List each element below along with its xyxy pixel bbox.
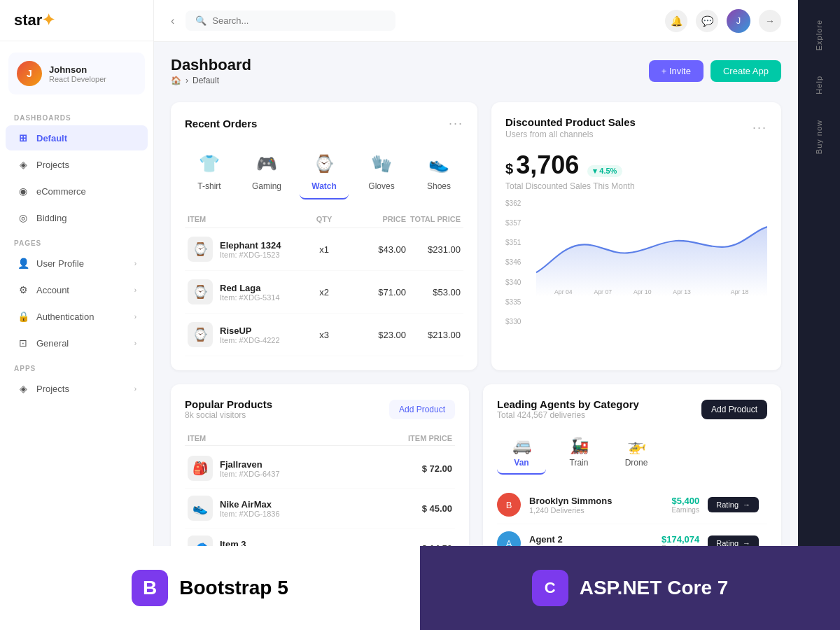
header-right: 🔔 💬 J → [665,9,781,33]
tab-tshirt[interactable]: 👕 T-shirt [185,142,234,200]
top-grid: Recent Orders ··· 👕 T-shirt 🎮 Gaming ⌚ [171,102,781,370]
user-role: React Developer [49,75,106,83]
tshirt-icon: 👕 [195,149,224,178]
bootstrap-title: Bootstrap 5 [179,577,288,599]
logo-text: star✦ [14,11,55,29]
tab-label: T-shirt [197,181,220,191]
sidebar-item-label: Projects [36,160,69,170]
svg-text:Apr 04: Apr 04 [554,288,573,295]
more-icon[interactable]: ··· [752,120,767,135]
svg-text:Apr 10: Apr 10 [634,288,652,295]
agent-name: Agent 2 [529,534,653,545]
train-icon: 🚂 [570,437,589,455]
header-avatar[interactable]: J [727,9,750,33]
sidebar-item-user-profile[interactable]: 👤 User Profile › [6,251,148,276]
settings-icon: ⚙ [17,284,29,296]
item-image: ⌚ [188,279,213,304]
invite-button[interactable]: + Invite [649,60,704,82]
messages-icon[interactable]: 💬 [696,10,718,32]
sidebar-item-label: User Profile [36,258,84,269]
page-header: Dashboard 🏠 › Default + Invite Create Ap… [171,56,781,85]
total-price: $213.00 [406,330,461,340]
rating-button[interactable]: Rating → [708,497,759,512]
table-header: ITEM QTY PRICE TOTAL PRICE [185,211,463,228]
agent-deliveries: 1,240 Deliveries [529,506,663,514]
aspnet-title: ASP.NET Core 7 [580,577,729,599]
qty: x3 [297,330,351,340]
sidebar-item-bidding[interactable]: ◎ Bidding [6,205,148,230]
item-info: ⌚ Elephant 1324 Item: #XDG-1523 [188,237,297,262]
tab-gloves[interactable]: 🧤 Gloves [357,142,406,200]
tab-label: Gloves [368,181,394,191]
sales-amount: $ 3,706 ▾ 4.5% [505,150,767,180]
buy-now-label[interactable]: Buy now [815,114,823,160]
card-header: Recent Orders ··· [185,116,463,131]
arrow-icon: → [743,500,750,509]
sidebar-item-account[interactable]: ⚙ Account › [6,277,148,302]
search-bar[interactable]: 🔍 [186,10,396,31]
user-icon: 👤 [17,257,29,270]
card-title: Popular Products [185,398,272,410]
sidebar-item-label: Account [36,285,69,295]
card-header: Leading Agents by Category Total 424,567… [497,398,767,420]
more-icon[interactable]: ··· [449,116,463,131]
aspnet-promo: C ASP.NET Core 7 [420,546,840,630]
tab-shoes[interactable]: 👟 Shoes [414,142,463,200]
sidebar-item-projects[interactable]: ◈ Projects [6,152,148,177]
rating-label: Rating [716,500,738,509]
agent-avatar: B [497,493,521,517]
chevron-down-icon: › [134,385,136,393]
tab-van[interactable]: 🚐 Van [497,431,546,475]
sidebar-item-general[interactable]: ⊡ General › [6,330,148,356]
product-image: 👟 [188,496,213,521]
user-profile-card[interactable]: J Johnson React Developer [8,52,145,94]
top-header: ‹ 🔍 🔔 💬 J → [154,0,798,42]
agent-earnings: $5,400 [671,496,699,506]
create-app-button[interactable]: Create App [710,60,781,82]
breadcrumb-current: Default [192,76,219,85]
bid-icon: ◎ [17,211,29,224]
total-price: $231.00 [406,244,461,255]
card-title: Discounted Product Sales [505,116,636,128]
sidebar-item-authentication[interactable]: 🔒 Authentication › [6,304,148,329]
bootstrap-icon: B [132,570,168,606]
sales-subtitle: Users from all channels [505,130,636,139]
svg-text:Apr 13: Apr 13 [673,288,691,295]
sidebar-toggle-icon[interactable]: ‹ [171,15,174,27]
help-label[interactable]: Help [815,70,823,100]
amount-value: 3,706 [516,150,579,180]
lock-icon: 🔒 [17,310,29,323]
section-dashboards: DASHBOARDS [0,106,153,125]
tab-drone[interactable]: 🚁 Drone [612,431,661,475]
bottom-overlay: B Bootstrap 5 C ASP.NET Core 7 [0,546,840,630]
shoes-icon: 👟 [424,149,454,178]
explore-label[interactable]: Explore [815,14,823,56]
main-content: ‹ 🔍 🔔 💬 J → Dashboard 🏠 › Default [154,0,798,630]
breadcrumb: 🏠 › Default [171,76,251,85]
svg-text:Apr 18: Apr 18 [731,288,749,295]
sales-badge: ▾ 4.5% [587,165,622,177]
add-product-button[interactable]: Add Product [389,400,455,419]
product-name: Nike AirMax [220,499,280,510]
total-price: $53.00 [406,287,461,298]
tab-gaming[interactable]: 🎮 Gaming [242,142,291,200]
sidebar-item-default[interactable]: ⊞ Default [6,125,148,150]
price: $23.00 [351,330,406,340]
user-name: Johnson [49,64,106,75]
notifications-icon[interactable]: 🔔 [665,10,687,32]
table-row: ⌚ RiseUP Item: #XDG-4222 x3 $23.00 $213.… [185,314,463,356]
gaming-icon: 🎮 [252,149,281,178]
list-item: 🎒 Fjallraven Item: #XDG-6437 $ 72.00 [185,449,455,489]
add-product-button-agents[interactable]: Add Product [701,400,767,419]
arrow-icon[interactable]: → [759,10,781,32]
tab-train[interactable]: 🚂 Train [554,431,603,475]
action-buttons: + Invite Create App [649,60,781,82]
sidebar-item-ecommerce[interactable]: ◉ eCommerce [6,178,148,204]
sidebar-item-apps-projects[interactable]: ◈ Projects › [6,376,148,401]
tab-watch[interactable]: ⌚ Watch [300,142,349,200]
card-header: Discounted Product Sales Users from all … [505,116,767,139]
search-input[interactable] [212,15,386,26]
section-pages: PAGES [0,231,153,250]
item-info: ⌚ Red Laga Item: #XDG-5314 [188,279,297,304]
sales-description: Total Discounted Sales This Month [505,181,767,191]
